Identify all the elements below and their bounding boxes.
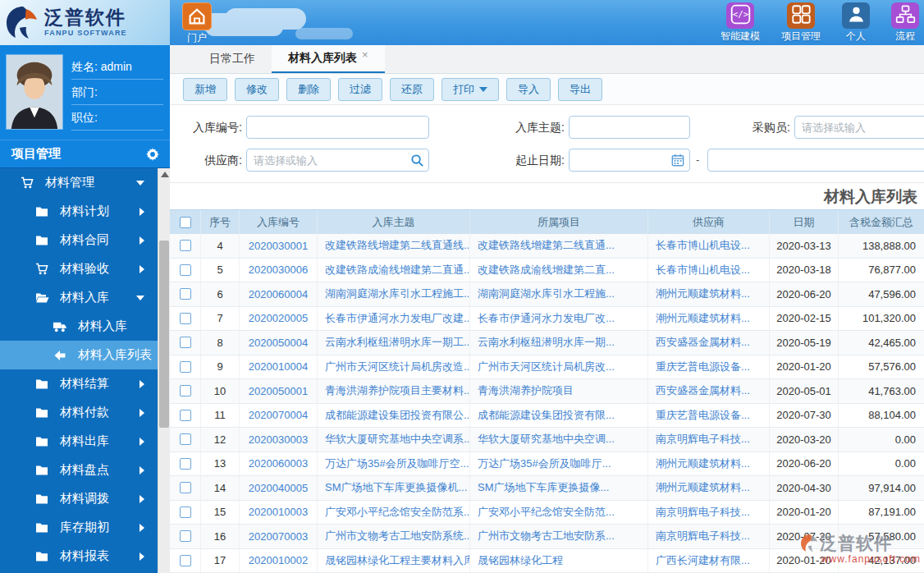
calendar-icon[interactable] — [671, 154, 684, 167]
tab-daily-work[interactable]: 日常工作 — [193, 45, 272, 73]
cell-project-link[interactable]: 广安邓小平纪念馆安全防范... — [470, 501, 648, 525]
export-button[interactable]: 导出 — [558, 78, 602, 101]
cell-topic-link[interactable]: 晟铭园林绿化工程主要材料入库 — [318, 549, 470, 573]
sidebar-item-material-management[interactable]: 材料管理 — [0, 168, 158, 197]
row-checkbox[interactable] — [180, 385, 191, 397]
cell-supplier-link[interactable]: 长春市博山机电设... — [648, 259, 770, 282]
cell-code-link[interactable]: 2020030006 — [240, 259, 318, 282]
storage-code-input[interactable] — [246, 116, 429, 139]
cell-supplier-link[interactable]: 广西长河建材有限... — [648, 549, 770, 573]
buyer-input[interactable] — [794, 116, 924, 139]
row-checkbox[interactable] — [180, 530, 191, 542]
cell-code-link[interactable]: 2020060004 — [240, 282, 318, 306]
add-button[interactable]: 新增 — [183, 78, 227, 101]
cell-project-link[interactable]: 改建铁路线增建第二线直通... — [470, 234, 648, 258]
sidebar-item-material-inventory[interactable]: 材料盘点 — [0, 456, 158, 484]
cell-project-link[interactable]: 湖南洞庭湖水库引水工程施... — [470, 282, 648, 306]
cell-topic-link[interactable]: 改建铁路线增建第二线直通线... — [318, 234, 470, 258]
cell-project-link[interactable]: 广州市文物考古工地安防系... — [470, 525, 648, 548]
cell-project-link[interactable]: 成都能源建设集团投资有限... — [470, 404, 648, 428]
row-checkbox[interactable] — [180, 458, 191, 470]
sidebar-item-material-acceptance[interactable]: 材料验收 — [0, 254, 158, 283]
row-checkbox[interactable] — [180, 555, 191, 566]
cell-project-link[interactable]: 长春市伊通河水力发电厂改... — [470, 307, 648, 331]
cell-supplier-link[interactable]: 西安盛器金属材料... — [648, 379, 770, 403]
cell-topic-link[interactable]: 广安邓小平纪念馆安全防范系... — [318, 501, 470, 525]
delete-button[interactable]: 删除 — [286, 78, 331, 101]
cell-project-link[interactable]: SM广场地下车库更换摄像... — [470, 476, 648, 500]
nav-project-management[interactable]: 项目管理 — [781, 2, 821, 44]
select-all-checkbox[interactable] — [180, 217, 191, 228]
sidebar-item-material-storage-entry[interactable]: 材料入库 — [0, 312, 158, 341]
restore-button[interactable]: 还原 — [390, 78, 434, 101]
filter-button[interactable]: 过滤 — [338, 78, 382, 101]
cell-topic-link[interactable]: 长春市伊通河水力发电厂改建... — [318, 307, 470, 331]
date-to-input[interactable] — [707, 149, 924, 172]
cell-code-link[interactable]: 2020020005 — [240, 307, 318, 331]
cell-topic-link[interactable]: 湖南洞庭湖水库引水工程施工... — [318, 282, 470, 306]
cell-topic-link[interactable]: 华软大厦研究基地中央空调系... — [318, 428, 470, 452]
sidebar-item-material-payment[interactable]: 材料付款 — [0, 398, 158, 427]
cell-supplier-link[interactable]: 南京明辉电子科技... — [648, 501, 770, 525]
sidebar-item-material-report[interactable]: 材料报表 — [0, 542, 158, 571]
sidebar-item-material-outbound[interactable]: 材料出库 — [0, 427, 158, 456]
supplier-input[interactable] — [246, 149, 429, 172]
row-checkbox[interactable] — [180, 507, 191, 518]
cell-topic-link[interactable]: 广州市天河区统计局机房改造... — [318, 355, 470, 379]
row-checkbox[interactable] — [180, 313, 191, 324]
print-button[interactable]: 打印 — [441, 78, 499, 101]
cell-code-link[interactable]: 2020070004 — [240, 404, 318, 428]
cell-supplier-link[interactable]: 重庆艺普电源设备... — [648, 355, 770, 379]
cell-project-link[interactable]: 广州市天河区统计局机房改... — [470, 355, 648, 379]
row-checkbox[interactable] — [180, 361, 191, 373]
cell-topic-link[interactable]: 万达广场35#会所及咖啡厅空... — [318, 452, 470, 476]
cell-supplier-link[interactable]: 潮州元顺建筑材料... — [648, 282, 770, 306]
cell-project-link[interactable]: 万达广场35#会所及咖啡厅... — [470, 452, 648, 476]
sidebar-scrollbar[interactable] — [158, 168, 170, 573]
cell-supplier-link[interactable]: 南京明辉电子科技... — [648, 428, 770, 452]
sidebar-item-material-contract[interactable]: 材料合同 — [0, 226, 158, 254]
cell-topic-link[interactable]: 改建铁路成渝线增建第二直通... — [318, 259, 470, 282]
cell-supplier-link[interactable]: 潮州元顺建筑材料... — [648, 307, 770, 331]
sidebar-item-initial-stock[interactable]: 库存期初 — [0, 513, 158, 542]
cell-topic-link[interactable]: SM广场地下车库更换摄像机... — [318, 476, 470, 500]
cell-supplier-link[interactable]: 西安盛器金属材料... — [648, 331, 770, 355]
cell-topic-link[interactable]: 广州市文物考古工地安防系统... — [318, 525, 470, 548]
nav-smart-modeling[interactable]: </>智能建模 — [720, 2, 760, 44]
cell-project-link[interactable]: 华软大厦研究基地中央空调... — [470, 428, 648, 452]
cell-topic-link[interactable]: 青海洪湖养护院项目主要材料... — [318, 379, 470, 403]
cell-code-link[interactable]: 2020010002 — [240, 549, 318, 573]
cell-supplier-link[interactable]: 潮州元顺建筑材料... — [648, 452, 770, 476]
cell-supplier-link[interactable]: 潮州元顺建筑材料... — [648, 476, 770, 500]
row-checkbox[interactable] — [180, 288, 191, 300]
import-button[interactable]: 导入 — [506, 78, 551, 101]
nav-workflow[interactable]: 流程 — [891, 2, 919, 44]
row-checkbox[interactable] — [180, 264, 191, 276]
cell-topic-link[interactable]: 云南水利枢纽潜明水库一期工... — [318, 331, 470, 355]
sidebar-item-material-transfer[interactable]: 材料调拨 — [0, 484, 158, 513]
sidebar-item-material-storage-list[interactable]: 材料入库列表 — [0, 341, 158, 369]
cell-project-link[interactable]: 云南水利枢纽潜明水库一期... — [470, 331, 648, 355]
scrollbar-thumb[interactable] — [159, 241, 169, 428]
tab-material-storage-list[interactable]: 材料入库列表× — [272, 45, 385, 73]
row-checkbox[interactable] — [180, 337, 191, 348]
cell-code-link[interactable]: 2020070003 — [240, 525, 318, 548]
sidebar-item-material-storage[interactable]: 材料入库 — [0, 283, 158, 312]
cell-code-link[interactable]: 2020040005 — [240, 476, 318, 500]
storage-topic-input[interactable] — [569, 116, 690, 139]
cell-code-link[interactable]: 2020030001 — [240, 234, 318, 258]
cell-code-link[interactable]: 2020030003 — [240, 428, 318, 452]
cell-supplier-link[interactable]: 南京明辉电子科技... — [648, 525, 770, 548]
cell-project-link[interactable]: 晟铭园林绿化工程 — [470, 549, 648, 573]
row-checkbox[interactable] — [180, 410, 191, 421]
row-checkbox[interactable] — [180, 240, 191, 251]
cell-supplier-link[interactable]: 重庆艺普电源设备... — [648, 404, 770, 428]
cell-code-link[interactable]: 2020010004 — [240, 355, 318, 379]
tab-close-icon[interactable]: × — [362, 48, 368, 61]
edit-button[interactable]: 修改 — [235, 78, 279, 101]
cell-project-link[interactable]: 青海洪湖养护院项目 — [470, 379, 648, 403]
nav-personal[interactable]: 个人 — [842, 2, 870, 44]
cell-project-link[interactable]: 改建铁路成渝线增建第二直... — [470, 259, 648, 282]
gear-icon[interactable] — [145, 147, 160, 162]
cell-topic-link[interactable]: 成都能源建设集团投资有限公... — [318, 404, 470, 428]
